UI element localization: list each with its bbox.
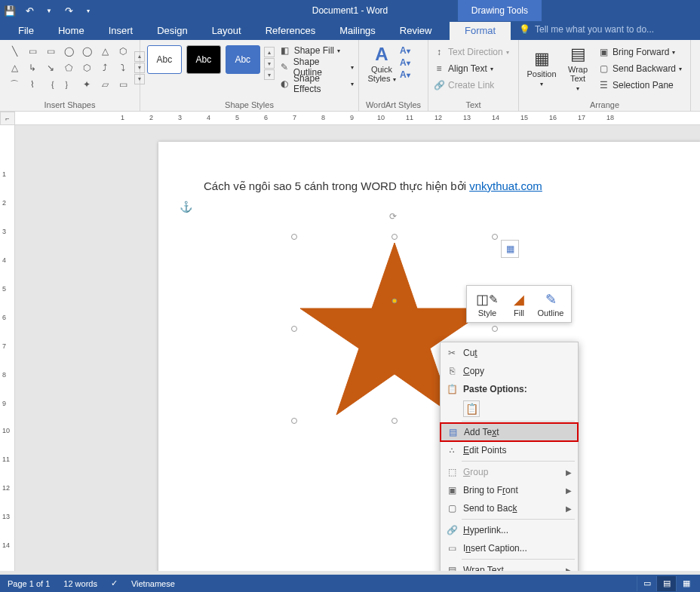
bring-forward-icon: ▣ [597,47,609,57]
word-count[interactable]: 12 words [63,579,97,588]
context-menu: ✂Cut ⎘Copy 📋Paste Options: 📋 ▤Add Text ⛬… [440,342,579,571]
selection-pane-button[interactable]: ☰Selection Pane [597,77,682,94]
redo-icon[interactable]: ↷ [59,0,78,21]
resize-handle-tl[interactable] [291,234,297,240]
text-outline-icon[interactable]: A▾ [400,57,410,68]
cm-group: ⬚Group▶ [441,463,578,481]
undo-dropdown[interactable]: ▼ [39,0,59,21]
read-mode-button[interactable]: ▭ [637,576,656,591]
undo-icon[interactable]: ↶ [20,0,39,21]
group-label-arrange: Arrange [519,100,690,109]
group-label-wordart: WordArt Styles [359,100,428,109]
resize-handle-bc[interactable] [391,418,398,424]
vertical-ruler[interactable]: 1 2 3 4 5 6 7 8 9 10 11 12 13 14 [0,125,15,571]
ribbon-tabs: File Home Insert Design Layout Reference… [0,21,700,40]
adjustment-handle [392,299,397,303]
resize-handle-tr[interactable] [492,234,498,240]
resize-handle-ml[interactable] [291,326,297,332]
web-layout-button[interactable]: ▦ [676,576,695,591]
position-icon: ▦ [534,48,550,69]
selection-pane-icon: ☰ [597,80,609,90]
quick-styles-button[interactable]: A Quick Styles ▾ [364,42,400,85]
mini-fill-button[interactable]: ◢ Fill [503,290,535,317]
tab-mailings[interactable]: Mailings [327,22,388,40]
wrap-text-icon: ▤ [570,44,586,65]
cm-copy[interactable]: ⎘Copy [441,362,578,380]
cm-edit-points[interactable]: ⛬Edit Points [441,441,578,459]
bring-forward-button[interactable]: ▣Bring Forward ▾ [597,44,682,60]
resize-handle-bl[interactable] [291,418,297,424]
title-bar: 💾 ↶ ▼ ↷ ▾ Document1 - Word Drawing Tools [0,0,700,21]
create-link-button[interactable]: 🔗Create Link [433,77,514,94]
bucket-icon: ◧ [279,45,291,56]
tab-references[interactable]: References [253,22,327,40]
style-icon: ◫✎ [476,290,499,308]
cm-bring-to-front[interactable]: ▣Bring to Front▶ [441,481,578,499]
wordart-a-icon: A [375,44,388,65]
mini-style-button[interactable]: ◫✎ Style [471,290,503,317]
add-text-icon: ▤ [446,427,459,437]
page[interactable]: Cách vẽ ngôi sao 5 cánh trong WORD thực … [158,142,700,571]
cm-cut[interactable]: ✂Cut [441,344,578,362]
print-layout-button[interactable]: ▤ [656,576,676,591]
shape-style-1[interactable]: Abc [147,45,182,74]
document-link[interactable]: vnkythuat.com [469,179,542,192]
tab-format[interactable]: Format [450,22,511,40]
text-fill-icon[interactable]: A▾ [400,45,410,56]
align-text-button[interactable]: ≡Align Text ▾ [433,60,514,77]
mini-outline-button[interactable]: ✎ Outline [535,290,566,317]
tab-home[interactable]: Home [46,22,97,40]
copy-icon: ⎘ [445,366,459,376]
shape-style-3[interactable]: Abc [226,45,260,74]
layout-options-icon: ▦ [506,244,514,254]
ribbon: ╲▭▭◯◯△⬡ △↳↘⬠⬡⤴⤵ ⌒⌇｛｝✦▱▭ ▴▾▾ Insert Shape… [0,40,700,112]
wrap-text-button[interactable]: ▤ Wrap Text▾ [560,42,596,94]
drawing-tools-tab: Drawing Tools [458,0,542,21]
text-direction-button[interactable]: ↕Text Direction ▾ [433,44,514,60]
rotation-handle[interactable]: ⟳ [389,211,400,222]
paste-picture-button[interactable]: 📋 [463,400,480,417]
language[interactable]: Vietnamese [131,579,175,588]
text-effects-icon[interactable]: A▾ [400,69,410,80]
horizontal-ruler[interactable]: 1 2 3 4 5 6 7 8 9 10 11 12 13 14 15 16 1… [15,112,700,125]
document-area[interactable]: Cách vẽ ngôi sao 5 cánh trong WORD thực … [15,125,700,571]
effects-icon: ◐ [279,78,290,89]
shape-style-2[interactable]: Abc [186,45,221,74]
page-number[interactable]: Page 1 of 1 [8,579,50,588]
cm-add-text[interactable]: ▤Add Text [440,422,579,442]
resize-handle-mr[interactable] [492,326,498,332]
cm-send-to-back[interactable]: ▢Send to Back▶ [441,499,578,517]
hyperlink-icon: 🔗 [445,525,459,535]
mini-toolbar: ◫✎ Style ◢ Fill ✎ Outline [466,285,572,323]
style-gallery-scroll[interactable]: ▴▾▾ [264,47,275,81]
qat-dropdown[interactable]: ▾ [78,0,98,21]
shape-effects-button[interactable]: ◐Shape Effects ▾ [279,75,354,92]
tab-file[interactable]: File [6,22,46,40]
tab-insert[interactable]: Insert [97,22,146,40]
cut-icon: ✂ [445,348,459,358]
status-bar: Page 1 of 1 12 words ✓ Vietnamese ▭ ▤ ▦ [0,575,700,592]
outline-icon: ✎ [545,290,557,308]
tab-layout[interactable]: Layout [200,22,253,40]
layout-options-button[interactable]: ▦ [501,240,519,258]
pen-icon: ✎ [279,62,290,72]
paste-icon: 📋 [445,384,459,394]
position-button[interactable]: ▦ Position▾ [523,42,560,94]
group-wordart-styles: A Quick Styles ▾ A▾ A▾ A▾ WordArt Styles [359,40,428,111]
cm-insert-caption[interactable]: ▭Insert Caption... [441,539,578,557]
save-icon[interactable]: 💾 [0,0,20,21]
edit-points-icon: ⛬ [445,445,459,456]
group-label-insert-shapes: Insert Shapes [0,100,140,109]
cm-wrap-text[interactable]: ▤Wrap Text▶ [441,561,578,571]
spell-check-icon[interactable]: ✓ [111,578,118,588]
cm-hyperlink[interactable]: 🔗Hyperlink... [441,521,578,539]
tab-design[interactable]: Design [145,22,199,40]
tell-me-input[interactable]: 💡Tell me what you want to do... [519,24,654,35]
bring-front-icon: ▣ [445,485,459,495]
document-text[interactable]: Cách vẽ ngôi sao 5 cánh trong WORD thực … [204,179,542,193]
shape-gallery[interactable]: ╲▭▭◯◯△⬡ △↳↘⬠⬡⤴⤵ ⌒⌇｛｝✦▱▭ [5,42,133,94]
window-title: Document1 - Word [312,5,388,16]
tab-review[interactable]: Review [388,22,444,40]
resize-handle-tc[interactable] [391,234,398,240]
send-backward-button[interactable]: ▢Send Backward ▾ [597,60,682,77]
